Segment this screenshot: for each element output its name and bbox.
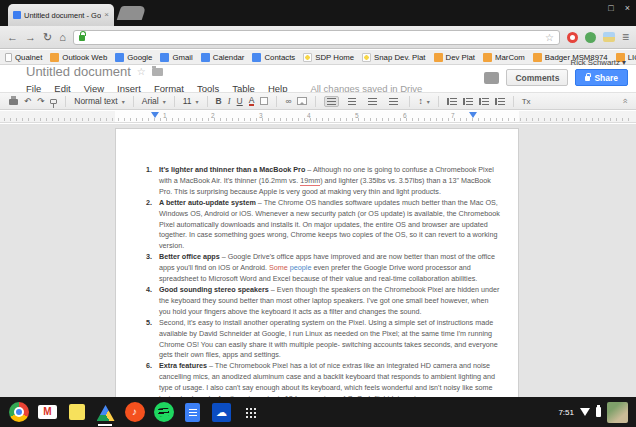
bookmark-label: LIQUID 8974 bbox=[628, 53, 636, 62]
redo-icon[interactable]: ↷ bbox=[37, 96, 44, 106]
extension-image-icon[interactable] bbox=[603, 32, 615, 42]
collapse-toolbar-icon[interactable]: » bbox=[619, 98, 629, 103]
favicon-icon bbox=[160, 53, 169, 62]
ruler: 1234567 bbox=[0, 111, 636, 123]
account-menu[interactable]: Rick Schwartz ▾ bbox=[571, 58, 626, 67]
status-tray[interactable]: 7:51 bbox=[558, 402, 630, 423]
share-button[interactable]: Share bbox=[575, 69, 628, 86]
insert-image-icon[interactable] bbox=[297, 97, 307, 105]
insert-link-icon[interactable]: ∞ bbox=[285, 96, 291, 106]
underline-button[interactable]: U bbox=[237, 96, 243, 106]
document-page[interactable]: 1.It's lighter and thinner than a MacBoo… bbox=[115, 128, 519, 397]
favicon-icon bbox=[533, 53, 542, 62]
font-size-dropdown[interactable]: 11▾ bbox=[183, 96, 199, 106]
home-button[interactable]: ⌂ bbox=[59, 32, 66, 43]
font-dropdown[interactable]: Arial▾ bbox=[142, 96, 166, 106]
reload-button[interactable]: ↻ bbox=[43, 32, 52, 43]
bookmark-google[interactable]: Google bbox=[115, 53, 152, 62]
italic-button[interactable]: I bbox=[228, 96, 231, 106]
bold-button[interactable]: B bbox=[216, 96, 222, 106]
back-button[interactable]: ← bbox=[7, 32, 18, 43]
gmail-icon: M bbox=[38, 405, 57, 419]
chrome-app[interactable] bbox=[6, 397, 31, 427]
move-to-folder-icon[interactable] bbox=[152, 68, 163, 76]
bookmark-star-icon[interactable]: ☆ bbox=[545, 32, 554, 43]
bookmark-label: Google bbox=[127, 53, 152, 62]
line-spacing-dropdown[interactable]: ↕▾ bbox=[418, 96, 429, 106]
bookmark-sdp-home[interactable]: SDP Home bbox=[303, 53, 354, 62]
gmail-app[interactable]: M bbox=[35, 397, 60, 427]
favicon-icon bbox=[434, 53, 443, 62]
star-document-icon[interactable]: ☆ bbox=[137, 66, 146, 77]
browser-tab[interactable]: Untitled document - Goo × bbox=[8, 4, 114, 26]
list-number: 6. bbox=[146, 361, 159, 397]
list-item: 6.Extra features – The Chromebook Pixel … bbox=[146, 361, 500, 397]
keep-icon bbox=[69, 404, 85, 420]
user-avatar[interactable] bbox=[607, 402, 628, 423]
onedrive-app[interactable]: ☁ bbox=[209, 397, 234, 427]
bookmark-label: Gmail bbox=[172, 53, 192, 62]
bookmark-contacts[interactable]: Contacts bbox=[252, 53, 295, 62]
play-music-app[interactable]: ♪ bbox=[122, 397, 147, 427]
app-launcher-app[interactable] bbox=[238, 397, 263, 427]
bookmark-label: Dev Plat bbox=[446, 53, 475, 62]
increase-indent-icon[interactable] bbox=[495, 98, 505, 105]
bookmark-gmail[interactable]: Gmail bbox=[160, 53, 192, 62]
comment-bubble-icon[interactable] bbox=[484, 72, 499, 84]
drive-app[interactable] bbox=[93, 397, 118, 427]
extension-red-ring-icon[interactable] bbox=[567, 32, 578, 43]
omnibox[interactable]: ☆ bbox=[73, 30, 560, 45]
bookmark-qualnet[interactable]: Qualnet bbox=[5, 53, 42, 62]
bookmarks-bar: QualnetOutlook WebGoogleGmailCalendarCon… bbox=[0, 50, 636, 65]
align-center-button[interactable] bbox=[345, 96, 359, 107]
favicon-icon bbox=[115, 53, 124, 62]
highlight-color-icon[interactable] bbox=[260, 97, 268, 105]
list-text: Good sounding stereo speakers – Even tho… bbox=[159, 285, 500, 318]
undo-icon[interactable]: ↶ bbox=[24, 96, 31, 106]
right-indent-marker[interactable] bbox=[469, 112, 477, 118]
print-icon[interactable] bbox=[9, 99, 18, 105]
list-number: 1. bbox=[146, 165, 159, 198]
forward-button[interactable]: → bbox=[25, 32, 36, 43]
paint-format-icon[interactable] bbox=[50, 99, 57, 104]
clear-formatting-button[interactable]: Tx bbox=[522, 97, 531, 106]
list-item: 4.Good sounding stereo speakers – Even t… bbox=[146, 285, 500, 318]
document-title[interactable]: Untitled document bbox=[26, 64, 131, 79]
left-indent-marker[interactable] bbox=[151, 112, 159, 118]
ssl-lock-icon[interactable] bbox=[79, 35, 85, 41]
ruler-number: 7 bbox=[451, 112, 455, 119]
window-close-button[interactable]: × bbox=[625, 3, 630, 13]
align-justify-button[interactable] bbox=[386, 96, 401, 107]
align-left-button[interactable] bbox=[324, 96, 339, 107]
bookmark-label: MarCom bbox=[495, 53, 525, 62]
favicon-icon bbox=[252, 53, 261, 62]
list-text: Second, it's easy to install another ope… bbox=[159, 318, 500, 362]
drive-icon bbox=[97, 405, 115, 421]
list-number: 2. bbox=[146, 198, 159, 253]
google-docs-icon bbox=[185, 403, 200, 422]
paragraph-style-dropdown[interactable]: Normal text▾ bbox=[74, 96, 124, 106]
app-launcher-icon bbox=[245, 407, 256, 418]
align-right-button[interactable] bbox=[365, 96, 380, 107]
decrease-indent-icon[interactable] bbox=[479, 98, 489, 105]
spotify-app[interactable] bbox=[151, 397, 176, 427]
maximize-button[interactable]: □ bbox=[608, 3, 613, 13]
browser-menu-icon[interactable]: ≡ bbox=[622, 30, 629, 44]
ruler-number: 6 bbox=[403, 112, 407, 119]
account-caret-icon: ▾ bbox=[622, 58, 626, 67]
extension-green-circle-icon[interactable] bbox=[585, 32, 596, 43]
caret-down-icon: ▾ bbox=[196, 98, 199, 105]
text-color-button[interactable]: A bbox=[249, 96, 255, 107]
numbered-list-icon[interactable] bbox=[447, 98, 457, 105]
bookmark-dev-plat[interactable]: Dev Plat bbox=[434, 53, 475, 62]
keep-app[interactable] bbox=[64, 397, 89, 427]
bookmark-outlook-web[interactable]: Outlook Web bbox=[50, 53, 107, 62]
google-docs-app[interactable] bbox=[180, 397, 205, 427]
bookmark-marcom[interactable]: MarCom bbox=[483, 53, 525, 62]
bookmark-calendar[interactable]: Calendar bbox=[201, 53, 245, 62]
bullet-list-icon[interactable] bbox=[463, 98, 473, 105]
comments-button[interactable]: Comments bbox=[506, 69, 568, 86]
new-tab-button[interactable] bbox=[117, 6, 147, 20]
bookmark-snap-dev-plat[interactable]: Snap Dev. Plat bbox=[362, 53, 425, 62]
tab-close-icon[interactable]: × bbox=[104, 11, 109, 19]
